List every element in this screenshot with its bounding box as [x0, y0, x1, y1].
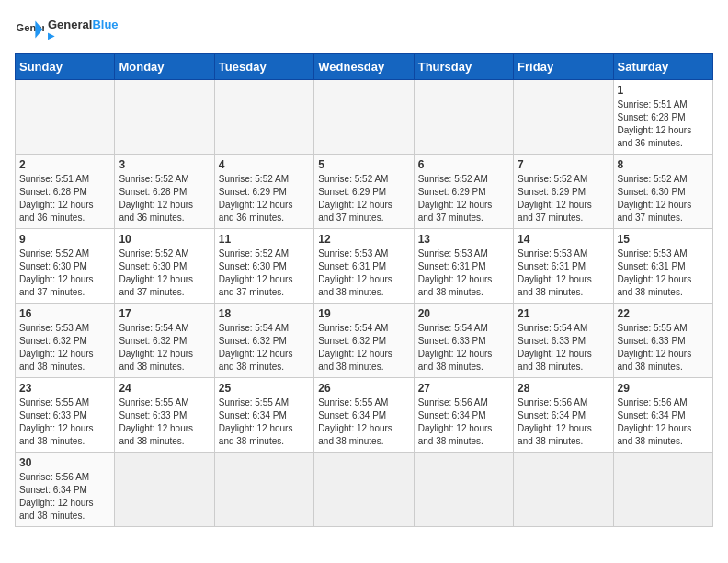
calendar-cell [214, 453, 313, 527]
day-number: 13 [418, 233, 509, 246]
calendar-cell [514, 80, 613, 155]
day-number: 23 [19, 382, 110, 395]
page-header: General GeneralBlue ▶ [15, 15, 713, 44]
day-number: 26 [318, 382, 409, 395]
calendar-cell: 23Sunrise: 5:55 AM Sunset: 6:33 PM Dayli… [16, 378, 115, 453]
calendar-cell [514, 453, 613, 527]
calendar-cell: 30Sunrise: 5:56 AM Sunset: 6:34 PM Dayli… [16, 453, 115, 527]
day-info: Sunrise: 5:54 AM Sunset: 6:32 PM Dayligh… [119, 322, 210, 373]
calendar-cell: 29Sunrise: 5:56 AM Sunset: 6:34 PM Dayli… [613, 378, 712, 453]
calendar-week-6: 30Sunrise: 5:56 AM Sunset: 6:34 PM Dayli… [16, 453, 713, 527]
calendar-cell: 26Sunrise: 5:55 AM Sunset: 6:34 PM Dayli… [314, 378, 414, 453]
calendar-header: SundayMondayTuesdayWednesdayThursdayFrid… [16, 54, 713, 80]
day-number: 1 [618, 84, 709, 97]
day-number: 28 [518, 382, 609, 395]
calendar-cell: 13Sunrise: 5:53 AM Sunset: 6:31 PM Dayli… [414, 229, 513, 304]
day-info: Sunrise: 5:55 AM Sunset: 6:33 PM Dayligh… [119, 396, 210, 448]
day-number: 25 [219, 382, 310, 395]
day-number: 15 [618, 233, 709, 246]
calendar-cell: 4Sunrise: 5:52 AM Sunset: 6:29 PM Daylig… [214, 155, 313, 229]
day-info: Sunrise: 5:52 AM Sunset: 6:30 PM Dayligh… [19, 247, 110, 299]
day-number: 19 [318, 307, 409, 320]
day-info: Sunrise: 5:52 AM Sunset: 6:30 PM Dayligh… [618, 173, 709, 224]
calendar-cell: 2Sunrise: 5:51 AM Sunset: 6:28 PM Daylig… [16, 155, 115, 229]
calendar-cell: 17Sunrise: 5:54 AM Sunset: 6:32 PM Dayli… [115, 304, 214, 378]
day-info: Sunrise: 5:51 AM Sunset: 6:28 PM Dayligh… [19, 173, 110, 224]
day-number: 9 [19, 233, 110, 246]
day-number: 24 [119, 382, 210, 395]
day-info: Sunrise: 5:53 AM Sunset: 6:31 PM Dayligh… [618, 247, 709, 299]
calendar-cell [414, 80, 513, 155]
calendar-cell: 28Sunrise: 5:56 AM Sunset: 6:34 PM Dayli… [514, 378, 613, 453]
day-number: 7 [518, 158, 609, 171]
day-info: Sunrise: 5:53 AM Sunset: 6:31 PM Dayligh… [418, 247, 509, 299]
calendar-cell [115, 453, 214, 527]
day-info: Sunrise: 5:52 AM Sunset: 6:30 PM Dayligh… [119, 247, 210, 299]
day-info: Sunrise: 5:51 AM Sunset: 6:28 PM Dayligh… [618, 98, 709, 150]
weekday-header-monday: Monday [115, 54, 214, 80]
calendar-cell [613, 453, 712, 527]
day-info: Sunrise: 5:54 AM Sunset: 6:33 PM Dayligh… [518, 322, 609, 373]
day-info: Sunrise: 5:53 AM Sunset: 6:31 PM Dayligh… [518, 247, 609, 299]
day-info: Sunrise: 5:52 AM Sunset: 6:29 PM Dayligh… [518, 173, 609, 224]
calendar-cell [414, 453, 513, 527]
calendar-cell: 18Sunrise: 5:54 AM Sunset: 6:32 PM Dayli… [214, 304, 313, 378]
calendar-cell: 12Sunrise: 5:53 AM Sunset: 6:31 PM Dayli… [314, 229, 414, 304]
day-number: 30 [19, 456, 110, 469]
day-info: Sunrise: 5:54 AM Sunset: 6:32 PM Dayligh… [219, 322, 310, 373]
day-info: Sunrise: 5:52 AM Sunset: 6:29 PM Dayligh… [318, 173, 409, 224]
calendar-week-1: 1Sunrise: 5:51 AM Sunset: 6:28 PM Daylig… [16, 80, 713, 155]
calendar-cell: 25Sunrise: 5:55 AM Sunset: 6:34 PM Dayli… [214, 378, 313, 453]
day-info: Sunrise: 5:55 AM Sunset: 6:34 PM Dayligh… [318, 396, 409, 448]
day-info: Sunrise: 5:55 AM Sunset: 6:33 PM Dayligh… [618, 322, 709, 373]
calendar-cell [314, 80, 414, 155]
day-info: Sunrise: 5:52 AM Sunset: 6:28 PM Dayligh… [119, 173, 210, 224]
day-number: 16 [19, 307, 110, 320]
day-info: Sunrise: 5:55 AM Sunset: 6:34 PM Dayligh… [219, 396, 310, 448]
weekday-header-friday: Friday [514, 54, 613, 80]
day-number: 14 [518, 233, 609, 246]
calendar-week-4: 16Sunrise: 5:53 AM Sunset: 6:32 PM Dayli… [16, 304, 713, 378]
calendar-cell [214, 80, 313, 155]
day-number: 4 [219, 158, 310, 171]
calendar-cell: 19Sunrise: 5:54 AM Sunset: 6:32 PM Dayli… [314, 304, 414, 378]
calendar-cell: 16Sunrise: 5:53 AM Sunset: 6:32 PM Dayli… [16, 304, 115, 378]
day-number: 12 [318, 233, 409, 246]
calendar-cell [314, 453, 414, 527]
logo-icon: General [15, 15, 44, 44]
day-number: 5 [318, 158, 409, 171]
calendar-cell: 7Sunrise: 5:52 AM Sunset: 6:29 PM Daylig… [514, 155, 613, 229]
weekday-header-sunday: Sunday [16, 54, 115, 80]
day-info: Sunrise: 5:53 AM Sunset: 6:31 PM Dayligh… [318, 247, 409, 299]
day-info: Sunrise: 5:56 AM Sunset: 6:34 PM Dayligh… [418, 396, 509, 448]
day-info: Sunrise: 5:54 AM Sunset: 6:33 PM Dayligh… [418, 322, 509, 373]
calendar-cell: 14Sunrise: 5:53 AM Sunset: 6:31 PM Dayli… [514, 229, 613, 304]
day-info: Sunrise: 5:52 AM Sunset: 6:29 PM Dayligh… [219, 173, 310, 224]
day-info: Sunrise: 5:54 AM Sunset: 6:32 PM Dayligh… [318, 322, 409, 373]
day-number: 6 [418, 158, 509, 171]
calendar-cell: 5Sunrise: 5:52 AM Sunset: 6:29 PM Daylig… [314, 155, 414, 229]
calendar-cell [115, 80, 214, 155]
day-info: Sunrise: 5:52 AM Sunset: 6:29 PM Dayligh… [418, 173, 509, 224]
calendar-cell: 9Sunrise: 5:52 AM Sunset: 6:30 PM Daylig… [16, 229, 115, 304]
day-number: 21 [518, 307, 609, 320]
day-number: 17 [119, 307, 210, 320]
calendar-table: SundayMondayTuesdayWednesdayThursdayFrid… [15, 53, 713, 527]
weekday-header-saturday: Saturday [613, 54, 712, 80]
calendar-cell: 27Sunrise: 5:56 AM Sunset: 6:34 PM Dayli… [414, 378, 513, 453]
day-info: Sunrise: 5:56 AM Sunset: 6:34 PM Dayligh… [19, 471, 110, 523]
calendar-cell: 10Sunrise: 5:52 AM Sunset: 6:30 PM Dayli… [115, 229, 214, 304]
day-number: 29 [618, 382, 709, 395]
day-info: Sunrise: 5:53 AM Sunset: 6:32 PM Dayligh… [19, 322, 110, 373]
weekday-header-tuesday: Tuesday [214, 54, 313, 80]
calendar-cell: 20Sunrise: 5:54 AM Sunset: 6:33 PM Dayli… [414, 304, 513, 378]
calendar-cell [16, 80, 115, 155]
calendar-cell: 11Sunrise: 5:52 AM Sunset: 6:30 PM Dayli… [214, 229, 313, 304]
day-number: 10 [119, 233, 210, 246]
day-number: 22 [618, 307, 709, 320]
day-info: Sunrise: 5:56 AM Sunset: 6:34 PM Dayligh… [518, 396, 609, 448]
day-number: 2 [19, 158, 110, 171]
weekday-header-thursday: Thursday [414, 54, 513, 80]
day-number: 20 [418, 307, 509, 320]
calendar-cell: 8Sunrise: 5:52 AM Sunset: 6:30 PM Daylig… [613, 155, 712, 229]
